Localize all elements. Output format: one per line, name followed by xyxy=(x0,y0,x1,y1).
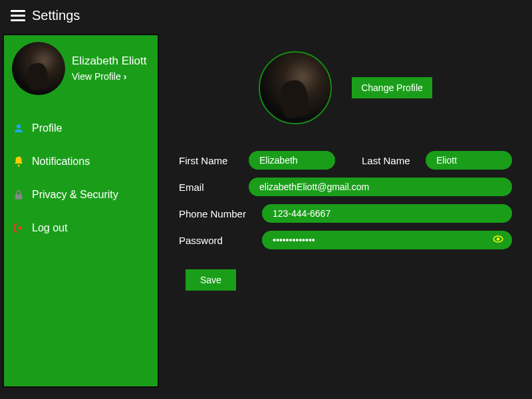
svg-point-1 xyxy=(18,165,20,167)
row-phone: Phone Number 123-444-6667 xyxy=(179,204,512,223)
phone-label: Phone Number xyxy=(179,208,255,219)
avatar xyxy=(12,42,65,95)
email-label: Email xyxy=(179,182,242,193)
row-password: Password ••••••••••••• xyxy=(179,231,512,249)
svg-point-0 xyxy=(17,124,21,128)
email-field[interactable]: elizabethEliott@gmail.com xyxy=(249,178,512,196)
hamburger-icon[interactable] xyxy=(11,10,25,21)
chevron-right-icon: › xyxy=(124,71,127,82)
svg-point-4 xyxy=(497,237,500,241)
phone-field[interactable]: 123-444-6667 xyxy=(262,204,512,223)
sidebar-profile: Elizabeth Eliott View Profile › xyxy=(12,42,150,95)
row-email: Email elizabethEliott@gmail.com xyxy=(179,178,512,196)
content: Elizabeth Eliott View Profile › Profile … xyxy=(0,31,532,390)
sidebar-item-label: Notifications xyxy=(32,156,90,168)
last-name-label: Last Name xyxy=(362,155,410,166)
sidebar-item-label: Privacy & Security xyxy=(32,189,118,201)
first-name-field[interactable]: Elizabeth xyxy=(249,151,335,170)
svg-rect-2 xyxy=(15,194,23,200)
sidebar-item-label: Profile xyxy=(32,122,62,134)
row-name: First Name Elizabeth Last Name Eliott xyxy=(179,151,512,170)
bell-icon xyxy=(12,155,25,168)
avatar xyxy=(259,51,332,124)
view-profile-label: View Profile xyxy=(72,71,121,82)
view-profile-link[interactable]: View Profile › xyxy=(72,71,126,82)
password-label: Password xyxy=(179,235,255,246)
sidebar-item-privacy[interactable]: Privacy & Security xyxy=(12,188,150,201)
eye-icon[interactable] xyxy=(492,233,504,247)
profile-header: Change Profile xyxy=(179,51,512,124)
logout-icon xyxy=(12,221,25,235)
first-name-label: First Name xyxy=(179,155,242,166)
sidebar-item-label: Log out xyxy=(32,222,67,234)
sidebar-item-profile[interactable]: Profile xyxy=(12,122,150,135)
sidebar-item-logout[interactable]: Log out xyxy=(12,221,150,235)
sidebar: Elizabeth Eliott View Profile › Profile … xyxy=(3,34,159,388)
header: Settings xyxy=(0,0,532,31)
change-profile-button[interactable]: Change Profile xyxy=(352,77,432,98)
nav: Profile Notifications Privacy & Security… xyxy=(12,122,150,235)
profile-name: Elizabeth Eliott xyxy=(72,55,150,68)
lock-icon xyxy=(12,188,25,201)
save-button[interactable]: Save xyxy=(186,269,236,291)
main-panel: Change Profile First Name Elizabeth Last… xyxy=(159,31,532,390)
sidebar-item-notifications[interactable]: Notifications xyxy=(12,155,150,168)
last-name-field[interactable]: Eliott xyxy=(426,151,512,170)
password-field[interactable]: ••••••••••••• xyxy=(262,231,512,249)
page-title: Settings xyxy=(32,8,80,23)
user-icon xyxy=(12,122,25,135)
